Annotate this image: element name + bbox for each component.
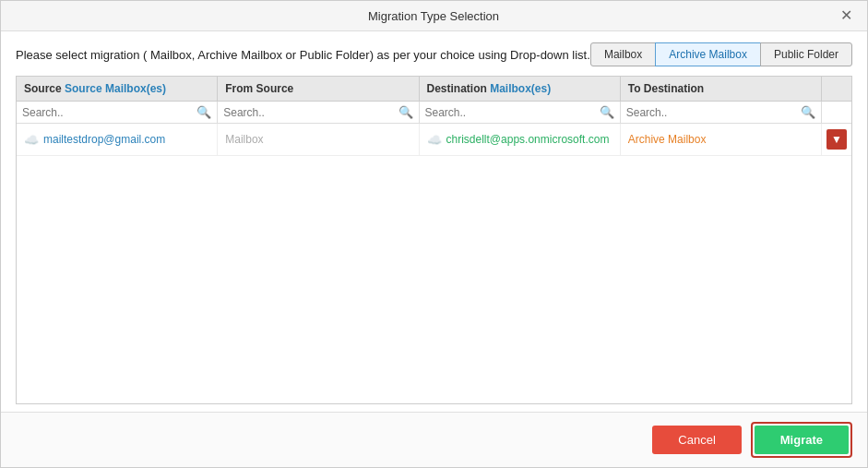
from-search-cell: 🔍 bbox=[218, 102, 419, 123]
to-type-cell: Archive Mailbox bbox=[621, 124, 822, 155]
from-type: Mailbox bbox=[225, 133, 263, 146]
dest-search-input[interactable] bbox=[425, 106, 598, 119]
dropdown-cell: ▼ bbox=[822, 124, 851, 155]
source-search-icon: 🔍 bbox=[196, 105, 211, 119]
archive-mailbox-type-button[interactable]: Archive Mailbox bbox=[655, 42, 761, 66]
table-header-row: Source Source Mailbox(es) From Source De… bbox=[17, 77, 851, 102]
migrate-button[interactable]: Migrate bbox=[755, 426, 849, 454]
dialog-body: Please select migration ( Mailbox, Archi… bbox=[1, 31, 867, 412]
table-row: ☁️ mailtestdrop@gmail.com Mailbox ☁️ chr… bbox=[17, 124, 851, 156]
to-search-input[interactable] bbox=[626, 106, 799, 119]
source-search-input[interactable] bbox=[22, 106, 195, 119]
search-row: 🔍 🔍 🔍 🔍 bbox=[17, 102, 851, 124]
table-body: ☁️ mailtestdrop@gmail.com Mailbox ☁️ chr… bbox=[17, 124, 851, 403]
source-email: mailtestdrop@gmail.com bbox=[43, 133, 165, 146]
title-bar: Migration Type Selection ✕ bbox=[1, 1, 867, 31]
dropdown-button[interactable]: ▼ bbox=[826, 129, 847, 150]
to-search-icon: 🔍 bbox=[801, 105, 815, 119]
to-type: Archive Mailbox bbox=[628, 133, 707, 146]
header-destination: Destination Mailbox(es) bbox=[420, 77, 621, 101]
close-button[interactable]: ✕ bbox=[837, 8, 856, 23]
public-folder-type-button[interactable]: Public Folder bbox=[760, 42, 852, 66]
source-search-cell: 🔍 bbox=[17, 102, 218, 123]
header-to: To Destination bbox=[621, 77, 822, 101]
instruction-text: Please select migration ( Mailbox, Archi… bbox=[16, 48, 590, 62]
source-cloud-icon: ☁️ bbox=[24, 133, 39, 147]
dialog-footer: Cancel Migrate bbox=[1, 412, 867, 467]
to-search-cell: 🔍 bbox=[621, 102, 822, 123]
cancel-button[interactable]: Cancel bbox=[652, 426, 741, 454]
migration-table: Source Source Mailbox(es) From Source De… bbox=[16, 76, 852, 404]
dialog-window: Migration Type Selection ✕ Please select… bbox=[0, 0, 868, 468]
from-search-icon: 🔍 bbox=[398, 105, 413, 119]
type-button-group: Mailbox Archive Mailbox Public Folder bbox=[591, 42, 852, 66]
instruction-row: Please select migration ( Mailbox, Archi… bbox=[16, 42, 852, 66]
header-source: Source Source Mailbox(es) bbox=[17, 77, 218, 101]
migrate-button-wrapper: Migrate bbox=[751, 422, 852, 458]
dest-search-icon: 🔍 bbox=[600, 105, 614, 119]
dest-email: chrisdellt@apps.onmicrosoft.com bbox=[446, 133, 610, 146]
dest-search-cell: 🔍 bbox=[420, 102, 621, 123]
dialog-title: Migration Type Selection bbox=[30, 9, 837, 23]
dest-cloud-icon: ☁️ bbox=[427, 133, 442, 147]
dest-email-cell: ☁️ chrisdellt@apps.onmicrosoft.com bbox=[420, 124, 621, 155]
from-type-cell: Mailbox bbox=[218, 124, 419, 155]
mailbox-type-button[interactable]: Mailbox bbox=[590, 42, 656, 66]
header-from: From Source bbox=[218, 77, 419, 101]
action-search-cell bbox=[822, 102, 851, 123]
header-action bbox=[822, 77, 851, 101]
source-email-cell: ☁️ mailtestdrop@gmail.com bbox=[17, 124, 218, 155]
from-search-input[interactable] bbox=[223, 106, 396, 119]
